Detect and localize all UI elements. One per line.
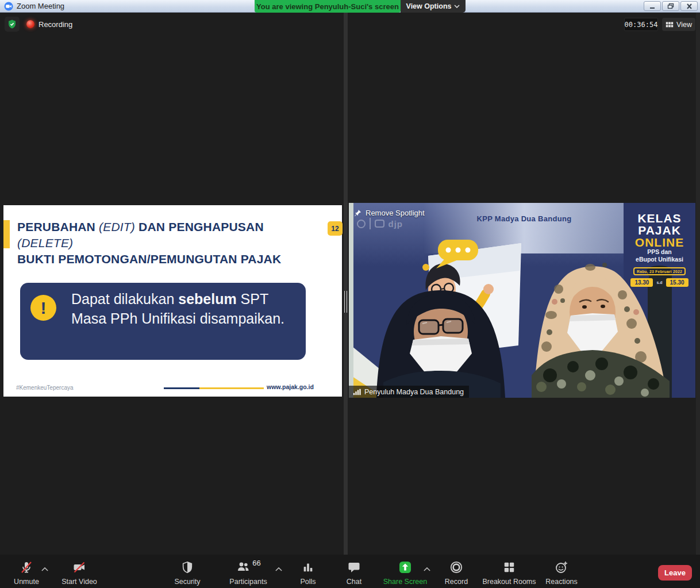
security-button[interactable]: Security: [159, 560, 216, 586]
slide-footer-hashtag: #KemenkeuTepercaya: [16, 385, 74, 391]
meeting-toolbar: Unmute Start Video Security: [0, 555, 700, 588]
unmute-options-chevron[interactable]: [41, 567, 48, 571]
event-time-separator: s.d: [656, 280, 662, 285]
chat-button[interactable]: Chat: [331, 560, 377, 586]
security-label: Security: [174, 578, 200, 586]
event-banner-line3: ONLINE: [635, 236, 684, 248]
slide-title-part4: (DELETE): [17, 236, 73, 249]
participants-options-chevron[interactable]: [275, 567, 282, 571]
slide-title-part1: PERUBAHAN: [17, 220, 99, 233]
exclamation-icon: !: [30, 295, 56, 321]
share-screen-label: Share Screen: [383, 578, 427, 586]
pane-divider[interactable]: [344, 13, 348, 555]
participants-button[interactable]: 66 Participants: [220, 560, 277, 586]
meeting-timer: 00:36:54: [624, 18, 658, 31]
footer-line-navy: [164, 387, 199, 389]
event-banner-date: Rabu, 23 Februari 2022: [633, 267, 686, 275]
recording-label: Recording: [39, 20, 72, 29]
zoom-app-icon: [4, 2, 13, 11]
slide-title-part2: (EDIT): [99, 220, 135, 233]
divider-grip-handle[interactable]: [344, 291, 347, 313]
polls-button[interactable]: Polls: [285, 560, 331, 586]
remove-spotlight-label: Remove Spotlight: [366, 209, 425, 217]
footer-line-yellow: [199, 387, 264, 389]
djp-logo-icon: [375, 220, 384, 228]
chat-label: Chat: [347, 578, 361, 586]
event-banner-line1: KELAS: [637, 212, 681, 224]
security-shield-button[interactable]: [5, 17, 20, 32]
zoom-meeting-window: Zoom Meeting You are viewing Penyuluh-Su…: [0, 0, 700, 588]
restore-button[interactable]: [662, 1, 679, 11]
slide-page-number: 12: [328, 221, 343, 236]
pin-icon: [353, 209, 362, 217]
participants-icon: [236, 560, 251, 574]
participant-name-text: Penyuluh Madya Dua Bandung: [364, 388, 464, 396]
participants-label: Participants: [229, 578, 267, 586]
mic-muted-icon: [20, 560, 33, 575]
event-banner-times: 13.30 s.d 15.30: [630, 278, 688, 287]
slide-title: PERUBAHAN (EDIT) DAN PENGHAPUSAN (DELETE…: [17, 219, 322, 267]
close-button[interactable]: [680, 1, 698, 11]
slide-accent-bar: [3, 220, 10, 248]
share-screen-options-chevron[interactable]: [424, 567, 430, 571]
shield-check-icon: [7, 19, 17, 29]
start-video-button[interactable]: Start Video: [51, 560, 108, 586]
slide-footer-website: www.pajak.go.id: [267, 383, 314, 390]
camera-muted-icon: [72, 560, 87, 575]
kemenkeu-logo-icon: [357, 220, 366, 228]
event-banner: KELAS PAJAK ONLINE PPS dan eBupot Unifik…: [624, 203, 695, 289]
chat-bubble-icon: [347, 560, 361, 575]
event-time-start: 13.30: [630, 278, 653, 287]
djp-logo-text: djp: [389, 219, 403, 229]
polls-icon: [302, 560, 314, 575]
audio-signal-icon: [353, 389, 361, 395]
recording-dot-icon: [26, 20, 34, 28]
reactions-button[interactable]: Reactions: [533, 560, 590, 586]
callout-text-bold: sebelum: [178, 291, 236, 307]
breakout-rooms-label: Breakout Rooms: [482, 578, 536, 586]
event-banner-subtitle1: PPS dan: [647, 248, 672, 256]
reactions-label: Reactions: [545, 578, 578, 586]
vertical-scrollbar[interactable]: [696, 13, 700, 555]
spotlight-video-tile: Remove Spotlight djp KPP Madya Dua Bandu…: [349, 203, 695, 398]
record-icon: [449, 560, 463, 575]
record-label: Record: [445, 578, 468, 586]
window-controls: [644, 1, 698, 11]
watermark-divider: [370, 218, 371, 229]
participant-name-label: Penyuluh Madya Dua Bandung: [349, 386, 469, 398]
minimize-button[interactable]: [644, 1, 661, 11]
callout-text-part1: Dapat dilakukan: [71, 291, 178, 307]
polls-label: Polls: [300, 578, 316, 586]
share-screen-button[interactable]: Share Screen: [374, 560, 437, 586]
view-options-label: View Options: [406, 2, 452, 10]
shared-screen-slide: PERUBAHAN (EDIT) DAN PENGHAPUSAN (DELETE…: [3, 205, 342, 397]
breakout-rooms-icon: [503, 560, 516, 575]
slide-title-part3: DAN PENGHAPUSAN: [135, 220, 264, 233]
callout-text: Dapat dilakukan sebelum SPT Masa PPh Uni…: [71, 289, 298, 328]
backdrop-office-name: KPP Madya Dua Bandung: [475, 214, 573, 223]
remove-spotlight-button[interactable]: Remove Spotlight: [353, 209, 425, 217]
window-title: Zoom Meeting: [17, 2, 64, 10]
backdrop-watermark: djp: [357, 218, 403, 229]
chevron-down-icon: [454, 5, 460, 8]
participants-count: 66: [252, 559, 260, 567]
event-time-end: 15.30: [666, 278, 689, 287]
record-button[interactable]: Record: [433, 560, 479, 586]
start-video-label: Start Video: [61, 578, 97, 586]
leave-button[interactable]: Leave: [658, 565, 692, 581]
slide-title-line2: BUKTI PEMOTONGAN/PEMUNGUTAN PAJAK: [17, 252, 281, 266]
event-banner-line2: PAJAK: [638, 224, 681, 236]
slide-callout-box: ! Dapat dilakukan sebelum SPT Masa PPh U…: [20, 283, 306, 360]
screen-share-banner: You are viewing Penyuluh-Suci's screen: [255, 0, 401, 13]
view-label: View: [676, 21, 692, 29]
unmute-button[interactable]: Unmute: [3, 560, 49, 586]
event-banner-subtitle2: eBupot Unifikasi: [636, 256, 683, 263]
view-layout-button[interactable]: View: [662, 18, 695, 31]
gallery-grid-icon: [666, 21, 674, 28]
view-options-button[interactable]: View Options: [401, 0, 466, 13]
security-shield-icon: [181, 560, 194, 575]
share-screen-icon: [398, 560, 412, 575]
unmute-label: Unmute: [14, 578, 39, 586]
reactions-smiley-icon: [555, 560, 568, 575]
